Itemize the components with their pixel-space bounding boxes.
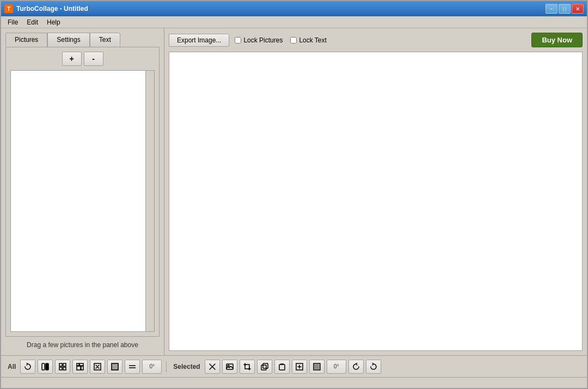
add-remove-row: + -: [6, 47, 159, 70]
list-scrollbar[interactable]: [145, 71, 154, 331]
lock-pictures-label: Lock Pictures: [243, 36, 283, 44]
window-controls: − □ ✕: [546, 4, 584, 14]
export-image-button[interactable]: Export Image...: [169, 34, 229, 47]
equal-all-button[interactable]: [125, 360, 140, 374]
tab-pictures[interactable]: Pictures: [5, 33, 47, 47]
window-title: TurboCollage - Untitled: [16, 5, 88, 13]
angle-selected-value: 0°: [334, 363, 339, 369]
svg-rect-9: [81, 366, 83, 370]
lock-pictures-option: Lock Pictures: [235, 36, 283, 44]
svg-rect-8: [77, 366, 81, 370]
menu-bar: File Edit Help: [1, 16, 587, 28]
crop-selected-button[interactable]: [240, 360, 255, 374]
svg-rect-24: [263, 363, 268, 368]
buy-now-button[interactable]: Buy Now: [531, 33, 583, 47]
close-button[interactable]: ✕: [572, 4, 584, 14]
fit-selected-button[interactable]: [292, 360, 307, 374]
drag-hint: Drag a few pictures in the panel above: [5, 337, 160, 353]
title-bar-left: T TurboCollage - Untitled: [4, 4, 88, 13]
copy-selected-button[interactable]: [257, 360, 272, 374]
bottom-toolbar: All: [1, 355, 587, 377]
angle-selected-button[interactable]: 0°: [327, 360, 346, 374]
canvas-area[interactable]: [169, 52, 583, 351]
menu-help[interactable]: Help: [42, 17, 65, 27]
maximize-button[interactable]: □: [559, 4, 571, 14]
menu-file[interactable]: File: [3, 17, 22, 27]
svg-rect-5: [63, 367, 66, 370]
svg-rect-7: [79, 363, 83, 366]
left-panel: Pictures Settings Text + - Drag a few pi…: [1, 28, 164, 355]
title-bar: T TurboCollage - Untitled − □ ✕: [1, 1, 587, 16]
separator-1: [166, 361, 167, 372]
fill-all-button[interactable]: [107, 360, 122, 374]
svg-rect-6: [77, 363, 79, 366]
menu-edit[interactable]: Edit: [22, 17, 42, 27]
remove-picture-button[interactable]: -: [84, 52, 103, 66]
tab-settings[interactable]: Settings: [47, 33, 89, 47]
panel-inner: + -: [5, 47, 160, 337]
svg-rect-1: [46, 363, 48, 370]
toolbar-top: Export Image... Lock Pictures Lock Text …: [169, 33, 583, 47]
svg-rect-29: [315, 365, 319, 369]
minimize-button[interactable]: −: [546, 4, 558, 14]
selected-label: Selected: [171, 363, 202, 371]
svg-rect-3: [63, 363, 66, 366]
status-bar: [1, 377, 587, 388]
fill-selected-button[interactable]: [309, 360, 324, 374]
fit-all-button[interactable]: [90, 360, 105, 374]
add-picture-button[interactable]: +: [62, 52, 82, 66]
grid4-all-button[interactable]: [55, 360, 70, 374]
image-selected-button[interactable]: [222, 360, 237, 374]
tabs-container: Pictures Settings Text: [1, 28, 164, 47]
svg-rect-26: [279, 365, 285, 370]
mosaic-all-button[interactable]: [72, 360, 88, 374]
main-window: T TurboCollage - Untitled − □ ✕ File Edi…: [0, 0, 588, 389]
tab-text[interactable]: Text: [90, 33, 120, 47]
lock-pictures-checkbox[interactable]: [235, 37, 241, 44]
main-content: Pictures Settings Text + - Drag a few pi…: [1, 28, 587, 355]
lock-text-label: Lock Text: [299, 36, 326, 44]
paste-selected-button[interactable]: [274, 360, 290, 374]
svg-rect-11: [112, 363, 118, 370]
app-icon: T: [4, 4, 13, 13]
svg-rect-4: [59, 367, 62, 370]
rotate-left-selected-button[interactable]: [348, 360, 364, 374]
lock-text-checkbox[interactable]: [290, 37, 297, 44]
angle-all-button[interactable]: 0°: [142, 360, 162, 374]
svg-rect-19: [245, 365, 249, 369]
svg-rect-2: [59, 363, 62, 366]
flip-h-all-button[interactable]: [38, 360, 53, 374]
delete-selected-button[interactable]: [205, 360, 220, 374]
right-panel: Export Image... Lock Pictures Lock Text …: [164, 28, 587, 355]
rotate-right-selected-button[interactable]: [366, 360, 381, 374]
svg-rect-0: [42, 363, 45, 370]
angle-all-value: 0°: [150, 363, 155, 369]
all-label: All: [5, 363, 18, 371]
svg-rect-25: [261, 365, 266, 370]
lock-text-option: Lock Text: [290, 36, 326, 44]
lock-options: Lock Pictures Lock Text: [235, 36, 526, 44]
rotate-all-button[interactable]: [20, 360, 35, 374]
pictures-list[interactable]: [10, 70, 155, 332]
